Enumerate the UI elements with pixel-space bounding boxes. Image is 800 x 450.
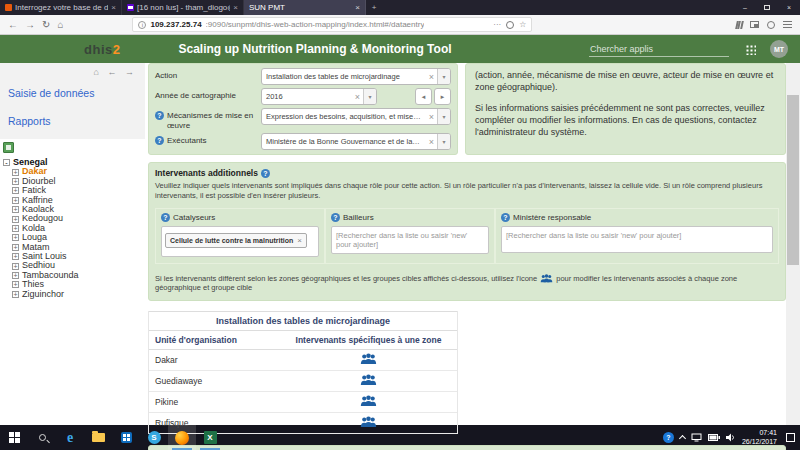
responsible-ministry-input[interactable]: [Rechercher dans la liste ou saisir 'new…: [501, 226, 773, 253]
tray-app-icon[interactable]: ?: [663, 432, 674, 443]
back-icon[interactable]: ←: [8, 19, 18, 30]
volume-icon[interactable]: [726, 433, 736, 442]
url-field[interactable]: i 109.237.25.74 :9090/sunpmt/dhis-web-ac…: [132, 17, 532, 32]
orgunit-tree-tool-icon[interactable]: [3, 142, 14, 153]
clear-icon[interactable]: ×: [426, 137, 437, 147]
expand-icon[interactable]: +: [12, 272, 19, 279]
table-title: Installation des tables de microjardinag…: [149, 311, 457, 331]
help-icon[interactable]: ?: [501, 213, 510, 222]
expand-icon[interactable]: +: [12, 225, 19, 232]
reload-icon[interactable]: ↻: [42, 19, 50, 30]
catalysts-label: Catalyseurs: [173, 213, 215, 222]
sidebar-link-data-entry[interactable]: Saisie de données: [8, 87, 137, 99]
start-button[interactable]: [0, 425, 28, 450]
executants-select[interactable]: Ministère de la Bonne Gouvernance et de …: [261, 133, 451, 150]
tab-close-icon[interactable]: ×: [233, 3, 238, 12]
edit-zone-stakeholders-icon[interactable]: [360, 416, 377, 428]
catalysts-input[interactable]: Cellule de lutte contre la malnutrition …: [161, 226, 319, 257]
year-select[interactable]: 2016 × ▾: [261, 88, 377, 105]
dhis2-logo[interactable]: dhis2: [84, 42, 120, 57]
apps-grid-icon[interactable]: [745, 44, 756, 55]
collapse-icon[interactable]: -: [3, 159, 10, 166]
column-header-zone-stakeholders: Intervenants spécifiques à une zone: [286, 335, 451, 345]
expand-icon[interactable]: +: [12, 169, 19, 176]
expand-icon[interactable]: +: [12, 197, 19, 204]
window-close-button[interactable]: ×: [778, 0, 800, 15]
orgunit-tree: - Senegal + Dakar + Diourbel: [3, 158, 145, 299]
scrollbar-thumb[interactable]: [787, 95, 799, 265]
taskbar-clock[interactable]: 07:41 26/12/2017: [742, 429, 777, 447]
database-site-favicon: [5, 4, 12, 11]
store-taskbar-icon[interactable]: [112, 425, 140, 450]
expand-icon[interactable]: +: [12, 216, 19, 223]
edit-zone-stakeholders-icon[interactable]: [360, 374, 377, 386]
excel-taskbar-icon[interactable]: X: [196, 425, 224, 450]
action-select[interactable]: Installation des tables de microjardinag…: [261, 68, 451, 85]
taskbar-search-button[interactable]: [28, 425, 56, 450]
network-icon[interactable]: [691, 433, 702, 442]
donors-input[interactable]: [Rechercher dans la liste ou saisir 'new…: [331, 226, 489, 254]
tree-node[interactable]: + Ziguinchor: [3, 290, 145, 299]
chevron-down-icon[interactable]: ▾: [437, 109, 450, 124]
previous-year-button[interactable]: ◄: [415, 88, 432, 105]
bookmark-star-icon[interactable]: ☆: [519, 20, 526, 29]
file-explorer-taskbar-icon[interactable]: [84, 425, 112, 450]
page-actions-icon[interactable]: ···: [493, 20, 501, 29]
expand-icon[interactable]: +: [12, 291, 19, 298]
action-center-icon[interactable]: [786, 433, 795, 442]
forward-icon[interactable]: →: [25, 19, 35, 30]
library-icon[interactable]: [736, 21, 743, 29]
skype-taskbar-icon[interactable]: S: [140, 425, 168, 450]
window-maximize-button[interactable]: [756, 0, 778, 15]
sidebar-link-reports[interactable]: Rapports: [8, 115, 137, 127]
next-year-button[interactable]: ►: [434, 88, 451, 105]
expand-icon[interactable]: +: [12, 187, 19, 194]
pocket-icon[interactable]: [506, 21, 514, 29]
battery-icon[interactable]: [708, 434, 720, 441]
expand-icon[interactable]: +: [12, 281, 19, 288]
chevron-down-icon[interactable]: ▾: [363, 89, 376, 104]
tray-expand-icon[interactable]: [679, 435, 686, 442]
url-path: :9090/sunpmt/dhis-web-action-mapping/ind…: [206, 20, 425, 29]
tab-close-icon[interactable]: ×: [355, 3, 360, 12]
chevron-down-icon[interactable]: ▾: [437, 134, 450, 149]
help-icon[interactable]: ?: [161, 213, 170, 222]
clear-icon[interactable]: ×: [426, 112, 437, 122]
expand-icon[interactable]: +: [12, 206, 19, 213]
tab-close-icon[interactable]: ×: [111, 3, 116, 12]
help-icon[interactable]: ?: [331, 213, 340, 222]
menu-hamburger-icon[interactable]: [783, 21, 792, 28]
chevron-down-icon[interactable]: ▾: [437, 69, 450, 84]
edit-zone-stakeholders-icon[interactable]: [360, 353, 377, 365]
clear-icon[interactable]: ×: [426, 72, 437, 82]
site-info-icon[interactable]: i: [138, 21, 146, 29]
firefox-taskbar-icon[interactable]: [168, 425, 196, 450]
expand-icon[interactable]: +: [12, 244, 19, 251]
expand-icon[interactable]: +: [12, 263, 19, 270]
edge-taskbar-icon[interactable]: e: [56, 425, 84, 450]
home-icon[interactable]: ⌂: [57, 19, 63, 30]
sidebar-nav-icons[interactable]: ⌂ ← →: [8, 67, 137, 77]
browser-tab-1[interactable]: Interrogez votre base de donn ×: [0, 0, 122, 15]
orgunit-name: Dakar: [155, 355, 286, 365]
window-minimize-button[interactable]: –: [734, 0, 756, 15]
help-icon[interactable]: ?: [155, 136, 164, 145]
instructions-line-2: Si les informations saisies précédemment…: [475, 103, 776, 139]
expand-icon[interactable]: +: [12, 234, 19, 241]
new-tab-button[interactable]: +: [366, 0, 382, 15]
browser-tab-2[interactable]: [16 non lus] - tham_diogo@yah ×: [122, 0, 244, 15]
user-avatar[interactable]: MT: [770, 40, 788, 58]
mechanisms-select[interactable]: Expression des besoins, acquisition, et …: [261, 108, 451, 125]
account-icon[interactable]: [767, 21, 775, 29]
expand-icon[interactable]: +: [12, 253, 19, 260]
remove-tag-icon[interactable]: ×: [297, 236, 302, 245]
edit-zone-stakeholders-icon[interactable]: [360, 395, 377, 407]
page-scrollbar[interactable]: [786, 63, 800, 425]
help-icon[interactable]: ?: [261, 169, 270, 178]
browser-tab-active-sunpmt[interactable]: SUN PMT ×: [244, 0, 366, 15]
clear-icon[interactable]: ×: [352, 92, 363, 102]
apps-search-input[interactable]: Chercher applis: [589, 42, 729, 57]
expand-icon[interactable]: +: [12, 178, 19, 185]
help-icon[interactable]: ?: [155, 111, 164, 120]
sidebar-toggle-icon[interactable]: [750, 21, 759, 28]
